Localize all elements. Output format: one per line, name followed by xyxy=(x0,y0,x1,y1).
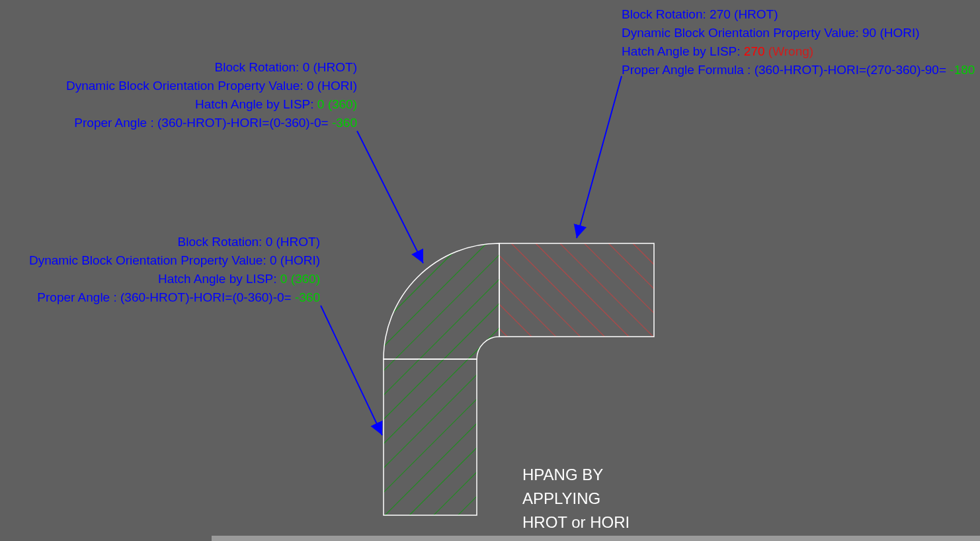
anno2-line1: Block Rotation: 0 (HROT) xyxy=(0,233,320,251)
anno3-line1-label: Block Rotation: xyxy=(622,7,706,21)
annotation-3: Block Rotation: 270 (HROT) Dynamic Block… xyxy=(622,5,980,79)
anno2-line2-value: 0 (HORI) xyxy=(266,253,320,267)
caption: HPANG BY APPLYING HROT or HORI xyxy=(522,463,630,534)
anno2-line4: Proper Angle : (360-HROT)-HORI=(0-360)-0… xyxy=(0,288,320,307)
arrow-anno2 xyxy=(321,306,382,435)
anno3-line3: Hatch Angle by LISP: 270 (Wrong) xyxy=(622,42,980,61)
anno1-line4-label: Proper Angle : (360-HROT)-HORI=(0-360)-0… xyxy=(74,116,328,130)
anno3-line3-value-red: 270 xyxy=(744,44,768,58)
anno2-line2: Dynamic Block Orientation Property Value… xyxy=(0,251,320,270)
anno2-line4-value: -360 xyxy=(292,290,320,304)
annotation-2: Block Rotation: 0 (HROT) Dynamic Block O… xyxy=(0,233,320,307)
anno3-line4-label: Proper Angle Formula : (360-HROT)-HORI=(… xyxy=(622,63,946,77)
anno1-line1-value: 0 (HROT) xyxy=(299,60,357,74)
block-green-rect xyxy=(384,359,477,515)
block-red-rect xyxy=(499,243,654,337)
anno3-line4: Proper Angle Formula : (360-HROT)-HORI=(… xyxy=(622,61,980,79)
anno1-line1-label: Block Rotation: xyxy=(215,60,300,74)
anno3-line2-label: Dynamic Block Orientation Property Value… xyxy=(622,26,859,40)
anno2-line2-label: Dynamic Block Orientation Property Value… xyxy=(29,253,266,267)
anno2-line3: Hatch Angle by LISP: 0 (360) xyxy=(0,270,320,288)
anno3-line4-value: -180 xyxy=(946,63,975,77)
svg-rect-2 xyxy=(499,243,654,337)
block-green-elbow xyxy=(384,243,499,359)
anno1-line2-label: Dynamic Block Orientation Property Value… xyxy=(66,79,304,93)
anno3-line2-value: 90 (HORI) xyxy=(859,26,920,40)
anno3-line1: Block Rotation: 270 (HROT) xyxy=(622,5,980,24)
anno2-line4-label: Proper Angle : (360-HROT)-HORI=(0-360)-0… xyxy=(37,290,291,304)
anno3-line3-value-wrong: (Wrong) xyxy=(768,44,813,58)
anno2-line3-label: Hatch Angle by LISP: xyxy=(158,272,277,286)
anno1-line1: Block Rotation: 0 (HROT) xyxy=(0,58,357,77)
caption-line3: HROT or HORI xyxy=(522,511,630,534)
caption-line1: HPANG BY xyxy=(522,463,630,487)
bottom-bar xyxy=(212,536,980,541)
anno2-line1-label: Block Rotation: xyxy=(178,235,263,249)
arrow-anno1 xyxy=(357,131,423,263)
anno1-line2: Dynamic Block Orientation Property Value… xyxy=(0,77,357,95)
anno1-line2-value: 0 (HORI) xyxy=(304,79,357,93)
svg-rect-3 xyxy=(384,359,477,515)
anno2-line1-value: 0 (HROT) xyxy=(262,235,320,249)
anno1-line3: Hatch Angle by LISP: 0 (360) xyxy=(0,95,357,114)
anno1-line4: Proper Angle : (360-HROT)-HORI=(0-360)-0… xyxy=(0,114,357,132)
anno3-line1-value: 270 (HROT) xyxy=(706,7,778,21)
anno3-line3-label: Hatch Angle by LISP: xyxy=(622,44,744,58)
caption-line2: APPLYING xyxy=(522,487,630,511)
anno1-line4-value: -360 xyxy=(329,116,357,130)
anno3-line2: Dynamic Block Orientation Property Value… xyxy=(622,24,980,42)
anno1-line3-value: 0 (360) xyxy=(314,97,357,111)
anno2-line3-value: 0 (360) xyxy=(277,272,320,286)
annotation-1: Block Rotation: 0 (HROT) Dynamic Block O… xyxy=(0,58,357,132)
anno1-line3-label: Hatch Angle by LISP: xyxy=(195,97,314,111)
arrow-anno3 xyxy=(577,76,622,238)
